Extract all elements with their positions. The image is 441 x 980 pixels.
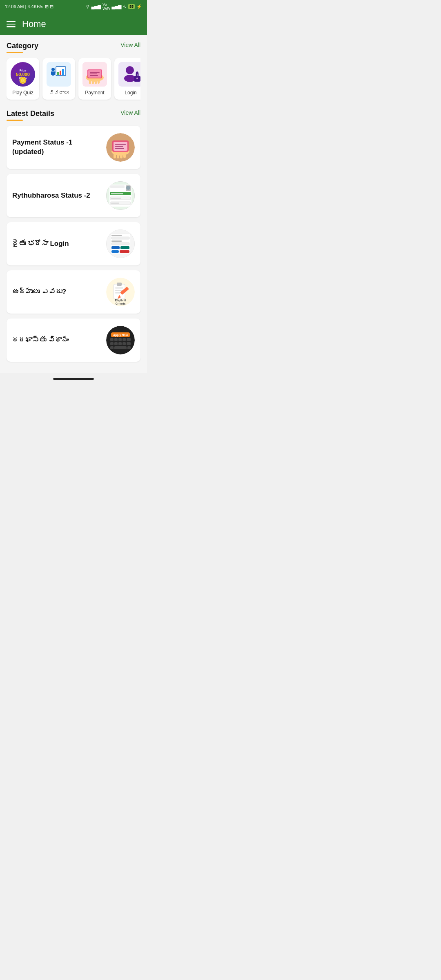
svg-rect-53	[111, 235, 122, 236]
svg-rect-75	[122, 338, 126, 341]
svg-rect-78	[114, 342, 118, 345]
svg-point-43	[126, 186, 130, 190]
svg-text:Criteria: Criteria	[116, 302, 126, 305]
svg-rect-34	[114, 154, 116, 158]
payment-label: Payment	[85, 90, 104, 96]
main-content: Category View All Prize 50,000 Coins 🪙 P…	[0, 35, 147, 373]
svg-point-23	[124, 75, 136, 82]
card-eligibility[interactable]: అర్హులు ఎవరు? Eligibilit Criteri	[7, 270, 140, 314]
latest-view-all[interactable]: View All	[120, 109, 140, 116]
svg-rect-49	[111, 203, 119, 204]
svg-rect-63	[117, 283, 122, 286]
svg-rect-19	[95, 80, 97, 84]
play-quiz-image: Prize 50,000 Coins 🪙	[11, 62, 35, 87]
status-icons: ⊞ ⊟	[45, 4, 53, 9]
quiz-circle: Prize 50,000 Coins 🪙	[11, 62, 35, 87]
latest-title-wrap: Latest Details	[7, 109, 54, 121]
card-rythu-login-title: రైతు భరోసా Login	[12, 239, 106, 249]
svg-rect-74	[118, 338, 122, 341]
status-left: 12:06 AM | 4.4KB/s ⊞ ⊟	[5, 4, 53, 9]
latest-section-title: Latest Details	[7, 109, 54, 118]
svg-rect-73	[114, 338, 118, 341]
payment-image	[82, 62, 107, 87]
svg-rect-79	[118, 342, 122, 345]
play-quiz-label: Play Quiz	[12, 90, 33, 96]
login-label: Login	[125, 90, 136, 96]
svg-rect-16	[90, 75, 98, 76]
card-payment-status[interactable]: Payment Status -1 (updated)	[7, 126, 140, 169]
svg-rect-84	[127, 346, 131, 349]
svg-rect-3	[60, 71, 61, 75]
card-rythu-login-image	[106, 229, 135, 258]
svg-rect-59	[111, 250, 119, 253]
card-rythubharosa[interactable]: Rythubharosa Status -2	[7, 174, 140, 217]
card-apply-image: Apply Now	[106, 326, 135, 354]
bluetooth-icon: ⚲	[86, 4, 89, 9]
category-item-login[interactable]: Login	[114, 58, 140, 100]
svg-rect-4	[62, 69, 64, 75]
header-title: Home	[22, 19, 46, 29]
vivaralu-label: వివరాలు	[49, 90, 69, 96]
svg-rect-2	[57, 72, 59, 75]
card-rythubharosa-title: Rythubharosa Status -2	[12, 191, 106, 200]
battery-indicator: 85	[128, 4, 135, 9]
svg-rect-66	[115, 292, 121, 294]
card-apply[interactable]: దరఖాస్తు విధానం	[7, 318, 140, 362]
category-underline	[7, 52, 23, 53]
svg-text:Eligibilit: Eligibilit	[115, 299, 126, 302]
svg-rect-35	[117, 153, 119, 158]
svg-rect-80	[122, 342, 126, 345]
svg-rect-15	[90, 74, 97, 74]
svg-point-5	[51, 68, 55, 71]
payment-icon	[82, 62, 107, 87]
svg-rect-64	[115, 287, 123, 289]
svg-rect-17	[89, 80, 91, 84]
card-payment-status-title: Payment Status -1 (updated)	[12, 138, 106, 157]
svg-rect-21	[118, 62, 140, 87]
svg-rect-77	[110, 342, 114, 345]
svg-rect-20	[98, 80, 100, 84]
card-rythu-login[interactable]: రైతు భరోసా Login	[7, 222, 140, 265]
category-item-play-quiz[interactable]: Prize 50,000 Coins 🪙 Play Quiz	[7, 58, 39, 100]
vowifi-icon: VoWiFi	[102, 2, 110, 11]
svg-rect-32	[115, 146, 123, 147]
card-rythubharosa-image	[106, 181, 135, 210]
latest-section-header: Latest Details View All	[7, 109, 140, 121]
card-eligibility-title: అర్హులు ఎవరు?	[12, 287, 106, 297]
card-eligibility-image: Eligibilit Criteria	[106, 278, 135, 306]
vivaralu-image	[47, 62, 71, 87]
svg-rect-14	[90, 72, 100, 73]
category-view-all[interactable]: View All	[120, 42, 140, 48]
svg-rect-7	[51, 71, 52, 75]
signal-icon: ▄▅▆	[91, 4, 101, 9]
svg-rect-58	[120, 246, 129, 249]
svg-rect-45	[111, 193, 123, 194]
svg-rect-83	[114, 346, 127, 349]
signal2-icon: ▄▅▆	[111, 4, 121, 9]
svg-rect-18	[92, 80, 94, 84]
category-item-vivaralu[interactable]: వివరాలు	[42, 58, 75, 100]
hamburger-menu-button[interactable]	[7, 21, 16, 27]
svg-rect-60	[120, 250, 129, 253]
card-payment-status-image	[106, 133, 135, 162]
category-section-header: Category View All	[7, 42, 140, 53]
svg-rect-47	[111, 198, 121, 199]
app-header: Home	[0, 13, 147, 35]
svg-rect-37	[123, 154, 126, 158]
category-item-payment[interactable]: Payment	[78, 58, 111, 100]
svg-rect-72	[110, 338, 114, 341]
bottom-nav-indicator	[53, 378, 94, 380]
svg-rect-31	[115, 144, 126, 145]
svg-point-26	[136, 78, 138, 79]
vivaralu-icon	[47, 62, 71, 87]
status-time: 12:06 AM | 4.4KB/s	[5, 4, 43, 9]
category-section-title: Category	[7, 42, 38, 50]
svg-rect-82	[110, 346, 114, 349]
svg-rect-57	[111, 246, 120, 249]
svg-rect-76	[127, 338, 131, 341]
login-image	[118, 62, 140, 87]
latest-underline	[7, 120, 23, 121]
wifi-icon: ∿	[123, 4, 127, 9]
svg-rect-36	[120, 154, 122, 158]
svg-rect-55	[111, 241, 122, 242]
